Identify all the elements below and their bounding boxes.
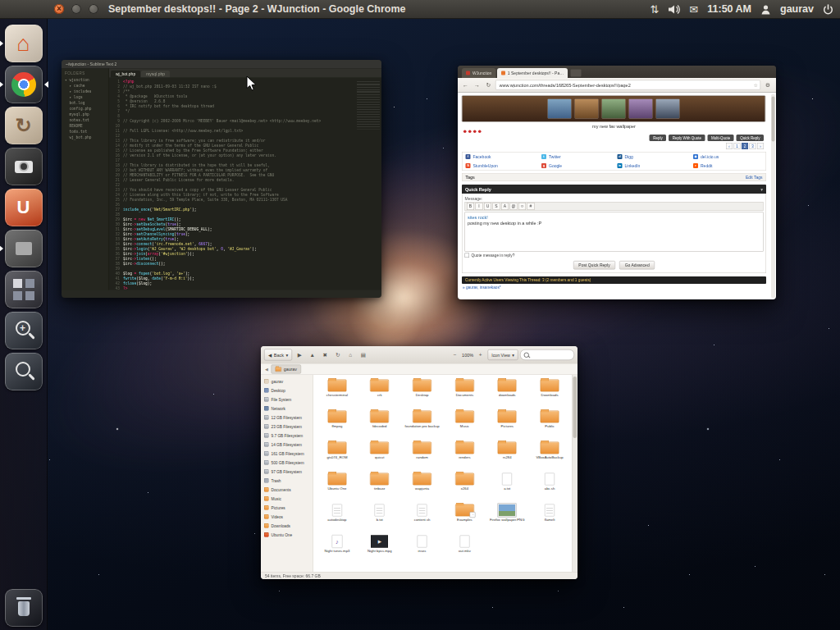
browser-scrollbar[interactable] [771,94,775,299]
page-button[interactable]: 2 [742,143,748,149]
search-box[interactable] [520,349,574,360]
chrome-window[interactable]: WJunction1 September desktops!! - Pa… ← … [458,66,776,299]
file-item[interactable]: Desktop [401,377,444,409]
sidebar-place-9-7-gb-filesystem[interactable]: 9.7 GB Filesystem [261,431,313,440]
file-item[interactable]: chessterminal [316,377,358,409]
file-item[interactable]: tinbuzz [358,471,401,502]
file-manager-scrollbar[interactable] [572,375,578,572]
editor-tree-item-2[interactable]: ▸ includes [65,89,109,94]
share-link-delicious[interactable]: ◆del.icio.us [690,153,766,162]
sidebar-place-pictures[interactable]: Pictures [261,503,313,512]
editor-tree-item-4[interactable]: bot.log [65,100,109,106]
sidebar-place-gaurav[interactable]: gaurav [261,377,313,386]
go-advanced-button[interactable]: Go Advanced [619,261,655,270]
post-action-button-2[interactable]: Multi-Quote [707,135,733,141]
sidebar-place-desktop[interactable]: Desktop [261,386,313,395]
file-item[interactable]: out.mkv [443,533,486,564]
quick-reply-header[interactable]: Quick Reply ▾ [462,185,766,194]
launcher-item-screenshot[interactable] [5,148,43,185]
share-link-stumbleupon[interactable]: SStumbleUpon [463,162,539,171]
page-button[interactable]: 1 [734,143,741,149]
up-button[interactable]: ▲ [307,349,317,360]
post-quick-reply-button[interactable]: Post Quick Reply [573,261,615,270]
file-item[interactable]: Music [443,409,486,440]
file-item[interactable]: abc.sh [528,471,571,502]
forward-button[interactable]: ▶ [294,349,305,360]
sidebar-place-ubuntu-one[interactable]: Ubuntu One [261,530,313,539]
editor-tree-item-10[interactable]: wj_bot.php [65,135,109,140]
home-button[interactable]: ⌂ [345,349,356,360]
sidebar-place-161-gb-filesystem[interactable]: 161 GB Filesystem [261,449,313,458]
network-indicator-icon[interactable]: ⇅ [650,4,659,15]
view-selector[interactable]: Icon View ▾ [488,349,518,360]
sidebar-place-downloads[interactable]: Downloads [261,521,313,530]
zoom-in-button[interactable]: + [475,349,486,360]
file-item[interactable]: wapjunta [401,471,444,502]
power-icon[interactable] [823,4,833,15]
file-item[interactable]: downloads [486,377,528,409]
format-button-3[interactable]: S [493,203,500,210]
file-item[interactable]: renders [443,440,486,471]
post-action-button-3[interactable]: Quick Reply [737,135,764,141]
post-action-button-0[interactable]: Reply [650,135,667,141]
clock[interactable]: 11:50 AM [707,3,751,15]
browser-tab-1[interactable]: 1 September desktops!! - Pa… [497,68,568,78]
quote-checkbox[interactable] [465,253,470,258]
sidebar-place-file-system[interactable]: File System [261,395,313,404]
file-item[interactable]: rs284 [486,440,528,471]
file-item[interactable]: ffmpeg [316,409,358,440]
file-item[interactable]: ▶Night bpss.mpg [358,533,401,564]
omnibox[interactable]: ☆ [495,80,760,90]
user-indicator-icon[interactable] [760,4,771,15]
file-manager-window[interactable]: ◀ Back ▾ ▶ ▲ ✖ ↻ ⌂ ▤ − 100% + Icon View … [261,346,578,579]
editor-tree-item-0[interactable]: ▾ wjunction [65,77,109,83]
editor-tab-1[interactable]: mysql.php [141,71,170,78]
file-item[interactable]: Public [528,409,571,440]
sidebar-place-trash[interactable]: Trash [261,476,313,485]
page-button[interactable]: 3 [750,143,756,149]
file-item[interactable]: x264 [443,471,486,502]
computer-button[interactable]: ▤ [358,349,368,360]
sidebar-place-97-gb-filesystem[interactable]: 97 GB Filesystem [261,467,313,476]
launcher-item-chrome[interactable] [5,66,43,103]
sidebar-place-documents[interactable]: Documents [261,485,313,494]
launcher-item-home[interactable] [5,25,43,62]
mail-indicator-icon[interactable]: ✉ [689,4,698,15]
window-maximize-button[interactable] [89,4,98,14]
editor-tree-item-1[interactable]: ▸ cache [65,83,109,89]
editor-minimap[interactable] [357,80,380,130]
zoom-out-button[interactable]: − [450,349,460,360]
editor-tree-item-3[interactable]: ▸ logs [65,94,109,100]
editor-tree-item-7[interactable]: notes.txt [65,117,109,123]
launcher-item-software[interactable] [5,107,43,144]
page-button[interactable]: › [757,143,764,149]
launcher-item-zoom[interactable] [5,312,43,349]
file-item[interactable]: content.sh [401,502,444,533]
sidebar-place-videos[interactable]: Videos [261,512,313,521]
file-item[interactable]: crk [358,377,401,409]
file-item[interactable]: gts074_ROM [316,440,358,471]
launcher-item-editor[interactable] [5,230,43,267]
file-item[interactable]: Examples [443,502,486,533]
reply-textarea[interactable]: sites rock!posting my new desktop in a w… [465,212,764,252]
file-item[interactable]: ♪Night tunes.mp3 [316,533,358,564]
sidebar-place-500-gb-filesystem[interactable]: 500 GB Filesystem [261,458,313,467]
page-button[interactable]: ‹ [726,143,733,149]
file-item[interactable]: Pictures [486,409,528,440]
format-button-7[interactable]: # [527,203,535,210]
format-button-4[interactable]: A [501,203,509,210]
share-link-google[interactable]: gGoogle [538,162,614,171]
sidebar-place-network[interactable]: Network [261,404,313,413]
launcher-item-search[interactable] [5,353,43,390]
editor-tree-item-9[interactable]: todo.txt [65,129,109,135]
format-button-2[interactable]: U [484,203,491,210]
sidebar-place-music[interactable]: Music [261,494,313,503]
sidebar-place-14-gb-filesystem[interactable]: 14 GB Filesystem [261,440,313,449]
editor-tree-item-8[interactable]: README [65,123,109,129]
file-item[interactable]: VBoxAutoBackup [528,440,571,471]
reload-button[interactable]: ↻ [332,349,343,360]
file-item[interactable]: Firefox wallpaper.PNG [486,502,528,533]
search-input[interactable] [532,352,571,358]
share-link-reddit[interactable]: rReddit [690,162,766,171]
share-link-twitter[interactable]: tTwitter [538,153,614,162]
